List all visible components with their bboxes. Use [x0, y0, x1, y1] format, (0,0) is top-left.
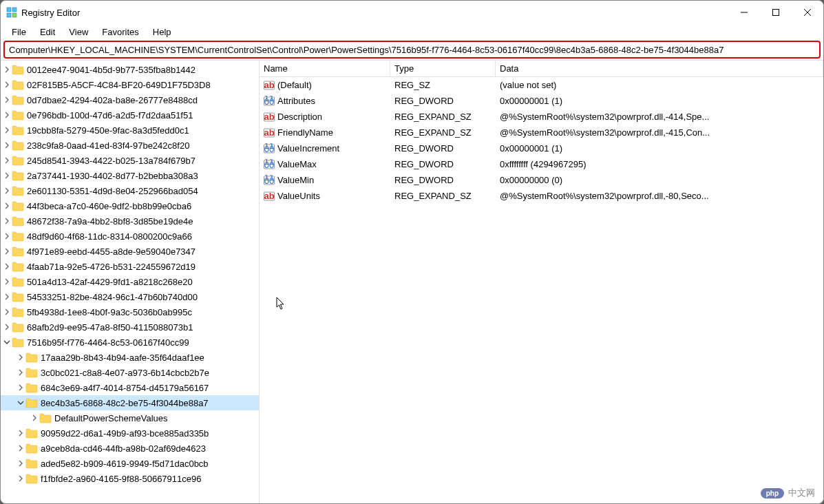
- reg-binary-icon: [264, 159, 275, 170]
- col-name[interactable]: Name: [260, 61, 390, 76]
- col-data[interactable]: Data: [496, 61, 823, 76]
- chevron-right-icon[interactable]: [16, 460, 25, 467]
- tree-label: 0e796bdb-100d-47d6-a2d5-f7d2daa51f51: [27, 110, 193, 120]
- tree-row[interactable]: 5fb4938d-1ee8-4b0f-9a3c-5036b0ab995c: [1, 304, 259, 319]
- chevron-right-icon[interactable]: [2, 218, 12, 224]
- value-name: ValueMax: [277, 159, 317, 169]
- menu-view[interactable]: View: [62, 25, 95, 39]
- tree-row[interactable]: 501a4d13-42af-4429-9fd1-a8218c268e20: [1, 274, 259, 289]
- tree-label: 238c9fa8-0aad-41ed-83f4-97be242c8f20: [27, 140, 189, 151]
- tree-row[interactable]: 4faab71a-92e5-4726-b531-224559672d19: [1, 259, 259, 274]
- tree-row[interactable]: 7516b95f-f776-4464-8c53-06167f40cc99: [1, 335, 259, 350]
- col-type[interactable]: Type: [390, 61, 496, 76]
- chevron-down-icon[interactable]: [16, 399, 25, 406]
- value-row[interactable]: AttributesREG_DWORD0x00000001 (1): [260, 93, 823, 109]
- tree-row[interactable]: 02F815B5-A5CF-4C84-BF20-649D1F75D3D8: [1, 77, 259, 92]
- chevron-right-icon[interactable]: [30, 414, 39, 421]
- tree-row[interactable]: a9ceb8da-cd46-44fb-a98b-02af69de4623: [1, 441, 259, 456]
- chevron-right-icon[interactable]: [2, 172, 12, 179]
- minimize-button[interactable]: [728, 1, 760, 23]
- folder-icon: [12, 245, 24, 258]
- value-name: (Default): [277, 80, 312, 90]
- values-pane[interactable]: Name Type Data (Default)REG_SZ(value not…: [260, 61, 823, 503]
- tree-row[interactable]: 0d7dbae2-4294-402a-ba8e-26777e8488cd: [1, 92, 259, 107]
- value-row[interactable]: ValueMaxREG_DWORD0xffffffff (4294967295): [260, 156, 823, 172]
- tree-row[interactable]: 238c9fa8-0aad-41ed-83f4-97be242c8f20: [1, 138, 259, 153]
- tree-row[interactable]: 684c3e69-a4f7-4014-8754-d45179a56167: [1, 380, 259, 395]
- value-row[interactable]: ValueMinREG_DWORD0x00000000 (0): [260, 172, 823, 188]
- tree-label: 501a4d13-42af-4429-9fd1-a8218c268e20: [27, 277, 193, 287]
- menu-help[interactable]: Help: [146, 25, 178, 39]
- chevron-right-icon[interactable]: [2, 233, 12, 240]
- folder-icon: [12, 306, 24, 318]
- chevron-right-icon[interactable]: [2, 142, 12, 149]
- tree-row[interactable]: 68afb2d9-ee95-47a8-8f50-4115088073b1: [1, 319, 259, 335]
- tree-row[interactable]: 4f971e89-eebd-4455-a8de-9e59040e7347: [1, 244, 259, 259]
- chevron-right-icon[interactable]: [16, 384, 25, 391]
- tree-row[interactable]: 48672f38-7a9a-4bb2-8bf8-3d85be19de4e: [1, 213, 259, 229]
- tree-row[interactable]: 2a737441-1930-4402-8d77-b2bebba308a3: [1, 168, 259, 183]
- tree-row[interactable]: aded5e82-b909-4619-9949-f5d71dac0bcb: [1, 456, 259, 471]
- chevron-right-icon[interactable]: [16, 430, 25, 437]
- chevron-right-icon[interactable]: [16, 445, 25, 452]
- chevron-right-icon[interactable]: [2, 66, 12, 73]
- titlebar[interactable]: Registry Editor: [1, 1, 823, 24]
- value-row[interactable]: ValueIncrementREG_DWORD0x00000001 (1): [260, 140, 823, 156]
- svg-rect-1: [12, 8, 17, 12]
- chevron-right-icon[interactable]: [2, 248, 12, 255]
- tree-row[interactable]: 3c0bc021-c8a8-4e07-a973-6b14cbcb2b7e: [1, 365, 259, 380]
- chevron-right-icon[interactable]: [16, 475, 25, 482]
- chevron-right-icon[interactable]: [2, 324, 12, 330]
- chevron-right-icon[interactable]: [2, 81, 12, 88]
- tree-row[interactable]: 54533251-82be-4824-96c1-47b60b740d00: [1, 289, 259, 304]
- tree-row[interactable]: f1fbfde2-a960-4165-9f88-50667911ce96: [1, 471, 259, 486]
- address-text: Computer\HKEY_LOCAL_MACHINE\SYSTEM\Curre…: [9, 45, 723, 55]
- tree-row[interactable]: 44f3beca-a7c0-460e-9df2-bb8b99e0cba6: [1, 198, 259, 213]
- chevron-right-icon[interactable]: [2, 308, 12, 315]
- chevron-right-icon[interactable]: [2, 293, 12, 300]
- chevron-right-icon[interactable]: [16, 369, 25, 376]
- value-data: 0x00000000 (0): [496, 175, 823, 185]
- menu-file[interactable]: File: [5, 25, 33, 39]
- folder-icon: [12, 321, 24, 333]
- tree-row[interactable]: 0012ee47-9041-4b5d-9b77-535fba8b1442: [1, 62, 259, 77]
- chevron-down-icon[interactable]: [2, 339, 12, 346]
- value-name: Attributes: [277, 96, 315, 106]
- tree-row[interactable]: 2e601130-5351-4d9d-8e04-252966bad054: [1, 183, 259, 198]
- value-row[interactable]: DescriptionREG_EXPAND_SZ@%SystemRoot%\sy…: [260, 109, 823, 125]
- svg-rect-2: [7, 13, 11, 17]
- menu-edit[interactable]: Edit: [33, 25, 62, 39]
- chevron-right-icon[interactable]: [2, 96, 12, 103]
- chevron-right-icon[interactable]: [2, 187, 12, 194]
- tree-row[interactable]: 0e796bdb-100d-47d6-a2d5-f7d2daa51f51: [1, 107, 259, 123]
- chevron-right-icon[interactable]: [16, 354, 25, 361]
- address-bar[interactable]: Computer\HKEY_LOCAL_MACHINE\SYSTEM\Curre…: [3, 41, 821, 59]
- tree-row[interactable]: 90959d22-d6a1-49b9-af93-bce885ad335b: [1, 426, 259, 441]
- tree-row[interactable]: DefaultPowerSchemeValues: [1, 410, 259, 426]
- folder-icon: [12, 336, 24, 348]
- tree-row[interactable]: 19cbb8fa-5279-450e-9fac-8a3d5fedd0c1: [1, 123, 259, 138]
- value-type: REG_EXPAND_SZ: [390, 191, 496, 201]
- chevron-right-icon[interactable]: [2, 202, 12, 209]
- tree-label: 4f971e89-eebd-4455-a8de-9e59040e7347: [27, 246, 196, 257]
- chevron-right-icon[interactable]: [2, 157, 12, 164]
- tree-row[interactable]: 17aaa29b-8b43-4b94-aafe-35f64daaf1ee: [1, 350, 259, 365]
- value-data: (value not set): [496, 80, 823, 90]
- value-row[interactable]: (Default)REG_SZ(value not set): [260, 77, 823, 93]
- chevron-right-icon[interactable]: [2, 112, 12, 118]
- value-row[interactable]: ValueUnitsREG_EXPAND_SZ@%SystemRoot%\sys…: [260, 188, 823, 204]
- menu-favorites[interactable]: Favorites: [95, 25, 145, 39]
- tree-row[interactable]: 48df9d60-4f68-11dc-8314-0800200c9a66: [1, 229, 259, 244]
- close-button[interactable]: [792, 1, 823, 23]
- tree-pane[interactable]: 0012ee47-9041-4b5d-9b77-535fba8b144202F8…: [1, 61, 260, 503]
- value-row[interactable]: FriendlyNameREG_EXPAND_SZ@%SystemRoot%\s…: [260, 125, 823, 140]
- chevron-right-icon[interactable]: [2, 263, 12, 270]
- chevron-right-icon[interactable]: [2, 278, 12, 285]
- folder-icon: [12, 185, 24, 197]
- reg-binary-icon: [264, 143, 275, 154]
- tree-row[interactable]: 8ec4b3a5-6868-48c2-be75-4f3044be88a7: [1, 395, 259, 410]
- value-name: Description: [277, 112, 322, 122]
- tree-row[interactable]: 245d8541-3943-4422-b025-13a784f679b7: [1, 153, 259, 168]
- maximize-button[interactable]: [760, 1, 792, 23]
- chevron-right-icon[interactable]: [2, 127, 12, 134]
